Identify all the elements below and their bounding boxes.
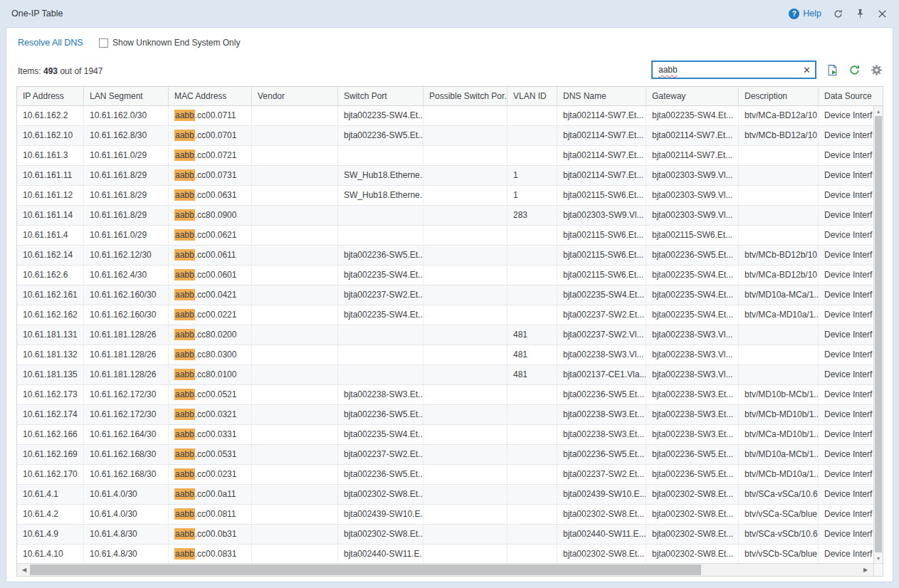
table-row[interactable]: 10.61.162.17310.61.162.172/30aabb.cc00.0… bbox=[17, 385, 883, 405]
cell-description: btv/MCb-BD12b/10... bbox=[739, 246, 819, 266]
cell-vlan: 481 bbox=[508, 345, 557, 365]
mac-rest: .cc00.0611 bbox=[195, 250, 236, 260]
cell-switch_port: SW_Hub18.Etherne... bbox=[338, 186, 424, 206]
column-header-dns[interactable]: DNS Name bbox=[557, 87, 646, 105]
vertical-scrollbar-thumb[interactable] bbox=[875, 116, 882, 552]
cell-dns: bjta002302-SW8.Et... bbox=[557, 545, 646, 563]
cell-dns: bjta002114-SW7.Et... bbox=[557, 106, 646, 126]
cell-possible_port bbox=[424, 465, 508, 485]
cell-ip: 10.61.181.131 bbox=[17, 325, 84, 345]
column-header-ip[interactable]: IP Address bbox=[17, 87, 84, 105]
table-row[interactable]: 10.61.181.13210.61.181.128/26aabb.cc80.0… bbox=[17, 345, 883, 365]
cell-vlan bbox=[508, 266, 557, 285]
cell-description: btv/SCa-vSCb/10.6... bbox=[739, 525, 819, 545]
scroll-down-arrow-icon[interactable]: ▼ bbox=[874, 553, 883, 563]
horizontal-scrollbar[interactable]: ◀ ▶ bbox=[17, 563, 883, 576]
cell-gateway: bjta002236-SW5.Et... bbox=[646, 246, 739, 266]
cell-gateway: bjta002238-SW3.Vl... bbox=[646, 345, 739, 365]
table-row[interactable]: 10.61.4.210.61.4.0/30aabb.cc00.0811bjta0… bbox=[17, 505, 883, 525]
table-row[interactable]: 10.61.181.13110.61.181.128/26aabb.cc80.0… bbox=[17, 325, 883, 345]
column-header-possible_port[interactable]: Possible Switch Por... bbox=[424, 87, 508, 105]
export-icon[interactable] bbox=[826, 64, 838, 76]
scroll-right-arrow-icon[interactable]: ▶ bbox=[860, 564, 871, 576]
cell-ip: 10.61.162.162 bbox=[17, 305, 84, 325]
cell-switch_port: bjta002302-SW8.Et... bbox=[338, 485, 424, 505]
table-row[interactable]: 10.61.162.610.61.162.4/30aabb.cc00.0601b… bbox=[17, 266, 883, 285]
scroll-left-arrow-icon[interactable]: ◀ bbox=[19, 564, 30, 576]
search-input[interactable]: aabb ✕ bbox=[651, 61, 816, 79]
cell-ip: 10.61.4.10 bbox=[17, 545, 84, 563]
column-header-lan[interactable]: LAN Segment bbox=[84, 87, 169, 105]
table-row[interactable]: 10.61.162.16110.61.162.160/30aabb.cc00.0… bbox=[17, 285, 883, 305]
table-row[interactable]: 10.61.4.1010.61.4.8/30aabb.cc00.0831bjta… bbox=[17, 545, 883, 563]
close-icon[interactable] bbox=[876, 8, 888, 19]
column-header-data_source[interactable]: Data Source bbox=[819, 87, 883, 105]
cell-mac: aabb.cc00.0a11 bbox=[169, 485, 252, 505]
cell-dns: bjta002114-SW7.Et... bbox=[557, 126, 646, 146]
show-unknown-checkbox[interactable]: Show Unknown End System Only bbox=[99, 38, 240, 48]
cell-dns: bjta002137-CE1.Vla... bbox=[557, 365, 646, 385]
help-button[interactable]: ? Help bbox=[789, 9, 821, 19]
table-row[interactable]: 10.61.4.910.61.4.8/30aabb.cc00.0b31bjta0… bbox=[17, 525, 883, 545]
table-row[interactable]: 10.61.161.310.61.161.0/29aabb.cc00.0721b… bbox=[17, 146, 883, 166]
items-count: 493 bbox=[43, 66, 58, 76]
scroll-up-arrow-icon[interactable]: ▲ bbox=[874, 106, 883, 116]
clear-search-icon[interactable]: ✕ bbox=[803, 65, 811, 75]
resolve-all-dns-link[interactable]: Resolve All DNS bbox=[18, 38, 83, 48]
refresh-icon[interactable] bbox=[848, 64, 861, 76]
horizontal-scrollbar-thumb[interactable] bbox=[30, 565, 701, 575]
table-header-row: IP AddressLAN SegmentMAC AddressVendorSw… bbox=[17, 87, 883, 106]
column-header-mac[interactable]: MAC Address bbox=[169, 87, 252, 105]
checkbox-box[interactable] bbox=[99, 38, 108, 48]
cell-description: btv/MCa-BD12a/10... bbox=[739, 106, 819, 126]
cell-possible_port bbox=[424, 405, 508, 425]
table-row[interactable]: 10.61.162.17410.61.162.172/30aabb.cc00.0… bbox=[17, 405, 883, 425]
column-header-switch_port[interactable]: Switch Port bbox=[338, 87, 424, 105]
cell-ip: 10.61.162.174 bbox=[17, 405, 84, 425]
mac-rest: .cc00.0621 bbox=[195, 230, 237, 240]
vertical-scrollbar[interactable]: ▲ ▼ bbox=[873, 106, 883, 563]
mac-rest: .cc00.0521 bbox=[195, 389, 237, 399]
cell-vendor bbox=[252, 285, 338, 305]
column-header-vlan[interactable]: VLAN ID bbox=[508, 87, 557, 105]
column-header-description[interactable]: Description bbox=[739, 87, 819, 105]
cell-description bbox=[739, 345, 819, 365]
pin-icon[interactable] bbox=[854, 8, 866, 19]
cell-vlan: 283 bbox=[508, 206, 557, 226]
mac-rest: .cc00.0331 bbox=[195, 429, 237, 439]
cell-lan: 10.61.161.8/29 bbox=[84, 186, 169, 206]
cell-dns: bjta002237-SW2.Vl... bbox=[557, 325, 646, 345]
table-row[interactable]: 10.61.162.16910.61.162.168/30aabb.cc00.0… bbox=[17, 445, 883, 465]
cell-vlan bbox=[508, 385, 557, 405]
cell-switch_port: bjta002235-SW4.Et... bbox=[338, 266, 424, 285]
reload-icon[interactable] bbox=[832, 8, 843, 19]
column-header-gateway[interactable]: Gateway bbox=[646, 87, 739, 105]
cell-lan: 10.61.4.8/30 bbox=[84, 545, 169, 563]
table-row[interactable]: 10.61.4.110.61.4.0/30aabb.cc00.0a11bjta0… bbox=[17, 485, 883, 505]
mac-rest: .cc00.0811 bbox=[195, 509, 236, 519]
cell-mac: aabb.cc00.0221 bbox=[169, 305, 252, 325]
mac-highlight: aabb bbox=[174, 329, 195, 340]
table-row[interactable]: 10.61.162.16210.61.162.160/30aabb.cc00.0… bbox=[17, 305, 883, 325]
cell-gateway: bjta002235-SW4.Et... bbox=[646, 106, 739, 126]
cell-mac: aabb.cc00.0731 bbox=[169, 166, 252, 186]
table-row[interactable]: 10.61.162.17010.61.162.168/30aabb.cc00.0… bbox=[17, 465, 883, 485]
table-row[interactable]: 10.61.162.210.61.162.0/30aabb.cc00.0711b… bbox=[17, 106, 883, 126]
help-label: Help bbox=[803, 9, 821, 19]
cell-vlan bbox=[508, 545, 557, 563]
mac-rest: .cc00.0321 bbox=[195, 409, 237, 419]
mac-highlight: aabb bbox=[174, 548, 195, 560]
table-row[interactable]: 10.61.161.410.61.161.0/29aabb.cc00.0621b… bbox=[17, 226, 883, 246]
column-header-vendor[interactable]: Vendor bbox=[252, 87, 338, 105]
settings-gear-icon[interactable] bbox=[871, 64, 883, 76]
table-row[interactable]: 10.61.162.16610.61.162.164/30aabb.cc00.0… bbox=[17, 425, 883, 445]
table-row[interactable]: 10.61.161.1110.61.161.8/29aabb.cc00.0731… bbox=[17, 166, 883, 186]
table-row[interactable]: 10.61.161.1210.61.161.8/29aabb.cc00.0631… bbox=[17, 186, 883, 206]
table-row[interactable]: 10.61.162.1010.61.162.8/30aabb.cc00.0701… bbox=[17, 126, 883, 146]
cell-possible_port bbox=[424, 305, 508, 325]
table-row[interactable]: 10.61.162.1410.61.162.12/30aabb.cc00.061… bbox=[17, 246, 883, 266]
cell-possible_port bbox=[424, 505, 508, 525]
table-row[interactable]: 10.61.181.13510.61.181.128/26aabb.cc80.0… bbox=[17, 365, 883, 385]
mac-rest: .cc80.0200 bbox=[195, 330, 237, 340]
table-row[interactable]: 10.61.161.1410.61.161.8/29aabb.cc80.0900… bbox=[17, 206, 883, 226]
